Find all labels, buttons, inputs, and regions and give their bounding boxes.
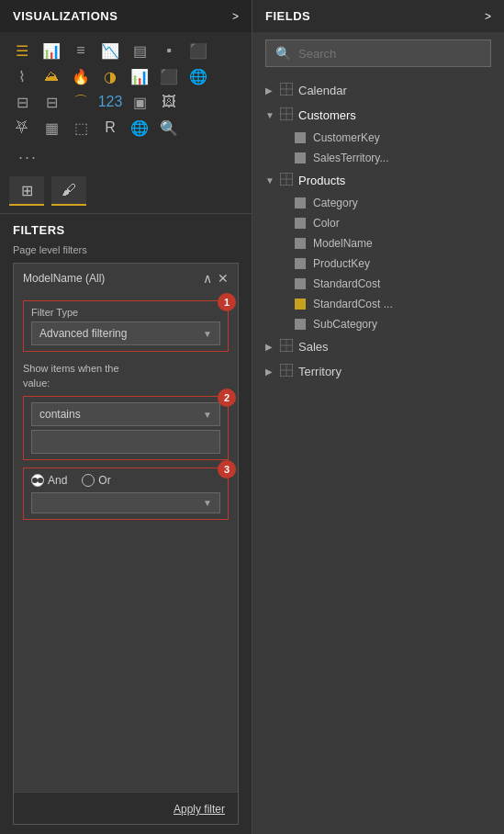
viz-table-icon[interactable]: ▦ <box>39 117 64 139</box>
viz-number-icon[interactable]: 123 <box>97 91 123 113</box>
viz-row-1: ☰ 📊 ≡ 📉 ▤ ▪ ⬛ <box>9 39 242 62</box>
second-select-arrow: ▼ <box>203 498 212 508</box>
viz-bar-icon[interactable]: 📊 <box>39 39 64 62</box>
viz-search2-icon[interactable]: 🔍 <box>156 117 182 139</box>
viz-combo-icon[interactable]: ⬛ <box>185 39 211 62</box>
filter-card: ModelName (All) ∧ ✕ Filter Type Advanced… <box>13 263 239 825</box>
left-panel: VISUALIZATIONS > ☰ 📊 ≡ 📉 ▤ ▪ ⬛ ⌇ ⛰ 🔥 ◑ 📊 <box>0 0 252 834</box>
viz-ribbon-icon[interactable]: ⌒ <box>68 91 94 113</box>
viz-area-icon[interactable]: ▤ <box>127 39 152 62</box>
standardcost-field-icon <box>295 278 306 289</box>
tree-item-calendar[interactable]: ▶ Calendar <box>252 78 504 103</box>
viz-globe2-icon[interactable]: 🌐 <box>127 117 152 139</box>
filter-type-select[interactable]: Advanced filtering ▼ <box>31 321 220 345</box>
viz-r-icon[interactable]: R <box>97 117 123 139</box>
category-field-icon <box>295 197 306 208</box>
field-subcategory[interactable]: SubCategory <box>252 314 504 334</box>
viz-matrix-icon[interactable]: ⬚ <box>68 117 94 139</box>
viz-bottom-icons: ⊞ 🖌 <box>0 173 252 213</box>
viz-line-icon[interactable]: ≡ <box>68 39 94 62</box>
viz-stacked-bar-icon[interactable]: ☰ <box>9 39 35 62</box>
viz-globe-icon[interactable]: 🌐 <box>185 65 211 87</box>
tree-item-products[interactable]: ▼ Products <box>252 168 504 193</box>
filters-title: FILTERS <box>13 223 239 237</box>
field-productkey[interactable]: ProductKey <box>252 254 504 274</box>
filter-type-dropdown-arrow: ▼ <box>203 329 212 339</box>
salesterritory-label: SalesTerritory... <box>313 152 388 164</box>
viz-gauge-icon[interactable]: ⬛ <box>156 65 182 87</box>
products-table-icon <box>280 173 293 188</box>
viz-image-icon[interactable]: 🖼 <box>156 91 182 113</box>
calendar-label: Calendar <box>298 84 347 97</box>
color-label: Color <box>313 217 340 230</box>
or-option[interactable]: Or <box>82 474 110 487</box>
viz-card-icon[interactable]: ▣ <box>127 91 152 113</box>
filter-card-controls: ∧ ✕ <box>203 271 229 286</box>
apply-filter-button[interactable]: Apply filter <box>174 803 225 816</box>
and-radio-circle[interactable] <box>31 474 44 487</box>
viz-map-icon[interactable]: ⛰ <box>39 65 64 87</box>
viz-waterfall-icon[interactable]: ▪ <box>156 39 182 62</box>
viz-column-icon[interactable]: 📉 <box>97 39 123 62</box>
show-items-label-text: Show items when the <box>23 363 229 374</box>
second-contains-select[interactable]: ▼ <box>31 492 220 513</box>
and-option[interactable]: And <box>31 474 67 487</box>
filter-collapse-icon[interactable]: ∧ <box>203 271 212 286</box>
filter-type-box: Filter Type Advanced filtering ▼ <box>23 300 229 352</box>
fields-chevron[interactable]: > <box>485 10 491 23</box>
modelname-label: ModelName <box>313 237 373 250</box>
filter-text-input[interactable] <box>31 430 220 454</box>
field-color[interactable]: Color <box>252 213 504 233</box>
apply-footer: Apply filter <box>14 792 238 824</box>
visualizations-grid: ☰ 📊 ≡ 📉 ▤ ▪ ⬛ ⌇ ⛰ 🔥 ◑ 📊 ⬛ 🌐 ⊟ ⊟ <box>0 32 252 173</box>
filters-section: FILTERS Page level filters ModelName (Al… <box>0 214 252 834</box>
viz-row-3: ⊟ ⊟ ⌒ 123 ▣ 🖼 <box>9 91 242 113</box>
productkey-label: ProductKey <box>313 257 370 270</box>
tree-item-customers[interactable]: ▼ Customers <box>252 103 504 128</box>
fields-header: FIELDS > <box>252 0 504 32</box>
customers-table-icon <box>280 107 293 123</box>
search-icon: 🔍 <box>275 46 291 61</box>
field-customer-key[interactable]: CustomerKey <box>252 128 504 148</box>
viz-treemap-icon[interactable]: 🔥 <box>68 65 94 87</box>
customerkey-label: CustomerKey <box>313 131 380 144</box>
or-radio-circle[interactable] <box>82 474 95 487</box>
and-or-box: And Or ▼ <box>23 468 229 520</box>
products-arrow: ▼ <box>265 175 274 186</box>
filter-card-body: Filter Type Advanced filtering ▼ 1 Show … <box>14 293 238 792</box>
viz-more-dots[interactable]: ... <box>9 142 242 165</box>
search-input[interactable] <box>298 47 481 61</box>
filter-close-icon[interactable]: ✕ <box>218 271 229 286</box>
contains-dropdown-arrow: ▼ <box>203 410 212 420</box>
viz-scatter-icon[interactable]: ⌇ <box>9 65 35 87</box>
visualizations-header: VISUALIZATIONS > <box>0 0 252 32</box>
field-standardcost[interactable]: StandardCost <box>252 274 504 294</box>
show-items-when: Show items when the value: <box>23 359 229 389</box>
visualizations-title: VISUALIZATIONS <box>13 9 118 23</box>
filter-type-value: Advanced filtering <box>39 327 127 340</box>
visualizations-chevron[interactable]: > <box>232 10 239 23</box>
viz-donut-icon[interactable]: ◑ <box>97 65 123 87</box>
filter-type-section: Filter Type Advanced filtering ▼ 1 <box>23 300 229 352</box>
field-sales-territory[interactable]: SalesTerritory... <box>252 148 504 168</box>
sales-label: Sales <box>298 340 329 354</box>
filter-type-label: Filter Type <box>31 307 220 318</box>
tree-item-territory[interactable]: ▶ Territory <box>252 359 504 384</box>
calendar-table-icon <box>280 83 293 98</box>
grid-format-icon[interactable]: ⊞ <box>9 176 44 206</box>
paint-format-icon[interactable]: 🖌 <box>51 176 86 206</box>
field-category[interactable]: Category <box>252 193 504 213</box>
viz-slicer-icon[interactable]: ⊟ <box>39 91 64 113</box>
tree-item-sales[interactable]: ▶ Sales <box>252 334 504 359</box>
contains-select[interactable]: contains ▼ <box>31 402 220 426</box>
color-field-icon <box>295 218 306 229</box>
and-label: And <box>48 474 67 487</box>
viz-decomp-icon[interactable]: ⊟ <box>9 91 35 113</box>
field-standardcost-measure[interactable]: StandardCost ... <box>252 294 504 314</box>
viz-stacked2-icon[interactable]: 📊 <box>127 65 152 87</box>
territory-arrow: ▶ <box>265 366 274 377</box>
field-modelname[interactable]: ModelName <box>252 233 504 254</box>
filter-badge-2: 2 <box>218 389 236 407</box>
fields-search-box[interactable]: 🔍 <box>265 39 491 67</box>
viz-funnel-icon[interactable]: ⛧ <box>9 117 35 139</box>
